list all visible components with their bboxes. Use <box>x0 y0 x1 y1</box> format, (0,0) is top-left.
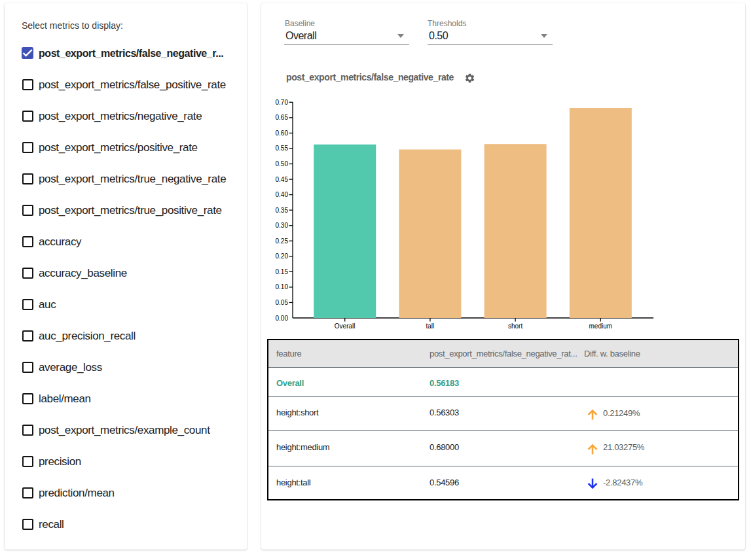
svg-text:0.10: 0.10 <box>276 283 289 290</box>
svg-text:Overall: Overall <box>335 323 356 330</box>
svg-text:0.35: 0.35 <box>276 207 289 214</box>
svg-text:0.40: 0.40 <box>276 191 289 198</box>
svg-text:0.70: 0.70 <box>276 99 289 106</box>
svg-text:0.15: 0.15 <box>276 268 289 275</box>
svg-text:0.65: 0.65 <box>276 114 289 121</box>
svg-text:0.60: 0.60 <box>276 130 289 137</box>
svg-text:0.20: 0.20 <box>276 253 289 260</box>
svg-text:tall: tall <box>426 323 435 330</box>
svg-text:0.00: 0.00 <box>276 315 289 322</box>
svg-text:short: short <box>508 323 522 330</box>
svg-text:0.55: 0.55 <box>276 145 289 152</box>
svg-text:0.50: 0.50 <box>276 160 289 167</box>
svg-text:0.30: 0.30 <box>276 222 289 229</box>
svg-text:0.25: 0.25 <box>276 237 289 245</box>
svg-text:medium: medium <box>589 323 613 330</box>
svg-text:0.05: 0.05 <box>276 299 289 306</box>
svg-text:0.45: 0.45 <box>276 176 289 183</box>
